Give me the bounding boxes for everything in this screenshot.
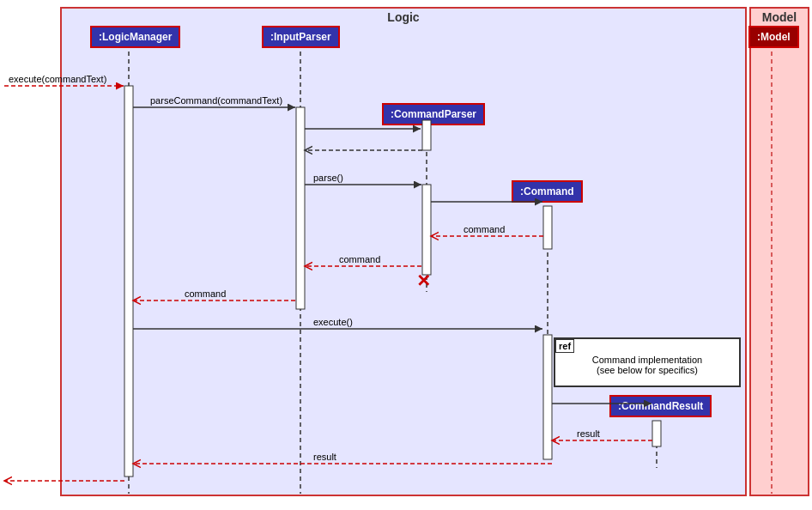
lifeline-model: :Model [748, 26, 799, 48]
lifeline-commandparser: :CommandParser [382, 103, 485, 125]
msg-command-from-cp: command [339, 254, 380, 264]
msg-parsecommand: parseCommand(commandText) [150, 95, 282, 106]
diagram-container: Logic Model :LogicManager :InputParser :… [0, 0, 812, 510]
msg-execute-commandtext: execute(commandText) [9, 74, 106, 84]
lifeline-logicmanager: :LogicManager [90, 26, 180, 48]
msg-result-to-lm: result [313, 452, 336, 462]
msg-command-from-cmd: command [464, 224, 505, 234]
msg-command-to-lm: command [185, 288, 226, 299]
model-frame: Model [749, 7, 809, 496]
msg-execute: execute() [313, 317, 353, 327]
ref-label: Command implementation(see below for spe… [562, 343, 732, 375]
destruction-marker: ✕ [416, 270, 431, 291]
lifeline-command: :Command [512, 180, 583, 203]
lifeline-inputparser: :InputParser [262, 26, 340, 48]
model-label: Model [751, 9, 808, 26]
logic-label: Logic [62, 9, 745, 26]
logic-frame: Logic [60, 7, 747, 496]
lifeline-commandresult: :CommandResult [609, 395, 712, 417]
msg-result-from-cr: result [577, 428, 600, 439]
ref-box: ref Command implementation(see below for… [554, 337, 741, 387]
ref-tag: ref [555, 339, 574, 353]
msg-parse: parse() [313, 173, 343, 183]
